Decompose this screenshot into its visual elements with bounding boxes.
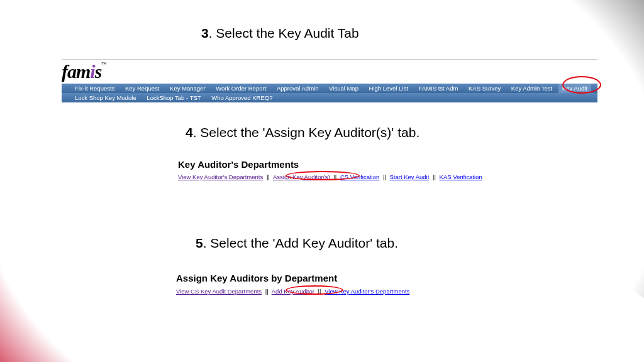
nav-high-level-list[interactable]: High Level List xyxy=(365,84,413,93)
section1-links: View Key Auditor's Departments || Assign… xyxy=(178,173,482,180)
slide-content: 3. Select the Key Audit Tab famis™ Fix-i… xyxy=(0,0,644,362)
nav-kas-survey[interactable]: KAS Survey xyxy=(464,84,505,93)
logo-suffix: s xyxy=(95,61,102,82)
step-5-number: 5 xyxy=(196,236,203,250)
nav-row-1: Fix-it Requests Key Request Key Manager … xyxy=(62,84,597,93)
logo-prefix: fam xyxy=(62,61,90,82)
link-add-key-auditor[interactable]: Add Key Auditor xyxy=(272,288,314,295)
key-auditors-dept-heading: Key Auditor's Departments xyxy=(178,159,299,170)
nav-row-2: Lock Shop Key Module LockShop Tab - TST … xyxy=(62,93,597,102)
nav-approval-admin[interactable]: Approval Admin xyxy=(272,84,323,93)
nav-key-audit[interactable]: Key Audit xyxy=(558,84,591,93)
logo-i: i xyxy=(90,61,94,82)
step-4-heading: 4. Select the 'Assign Key Auditor(s)' ta… xyxy=(186,125,419,140)
step-4-number: 4 xyxy=(186,125,193,140)
step-3-text: . Select the Key Audit Tab xyxy=(209,26,359,40)
step-5-text: . Select the 'Add Key Auditor' tab. xyxy=(203,236,398,250)
step-4-text: . Select the 'Assign Key Auditor(s)' tab… xyxy=(193,125,420,140)
nav-work-order[interactable]: Work Order Report xyxy=(211,84,270,93)
nav-visual-map[interactable]: Visual Map xyxy=(325,84,363,93)
assign-key-auditors-heading: Assign Key Auditors by Department xyxy=(176,273,337,283)
step-3-heading: 3. Select the Key Audit Tab xyxy=(201,26,359,41)
famis-logo: famis™ xyxy=(62,60,597,84)
nav-lock-shop-module[interactable]: Lock Shop Key Module xyxy=(70,93,141,102)
logo-tm: ™ xyxy=(101,61,106,67)
section2-links: View CS Key Audit Departments || Add Key… xyxy=(176,288,409,295)
sep: || xyxy=(381,173,388,180)
nav-lockshop-tst[interactable]: LockShop Tab - TST xyxy=(142,93,205,102)
sep: || xyxy=(316,288,323,295)
famis-app-screenshot: famis™ Fix-it Requests Key Request Key M… xyxy=(62,59,597,102)
link-view-cs-key-audit-dept[interactable]: View CS Key Audit Departments xyxy=(176,288,262,295)
nav-who-approved[interactable]: Who Approved KREQ? xyxy=(207,93,277,102)
nav-key-request[interactable]: Key Request xyxy=(121,84,164,93)
sep: || xyxy=(264,288,270,295)
step-3-number: 3 xyxy=(201,26,209,40)
link-cs-verification[interactable]: CS Verification xyxy=(340,173,379,180)
nav-fixit[interactable]: Fix-it Requests xyxy=(70,84,119,93)
sep: || xyxy=(331,173,338,180)
nav-key-admin-test[interactable]: Key Admin Test xyxy=(507,84,557,93)
link-assign-key-auditors[interactable]: Assign Key Auditor(s) xyxy=(273,173,330,180)
link-start-key-audit[interactable]: Start Key Audit xyxy=(390,173,430,180)
nav-famis-tst-adm[interactable]: FAMIS tst Adm xyxy=(414,84,463,93)
link-view-key-auditors-dept[interactable]: View Key Auditor's Departments xyxy=(178,173,263,180)
sep: || xyxy=(431,173,438,180)
link-kas-verification[interactable]: KAS Verification xyxy=(440,173,482,180)
sep: || xyxy=(265,173,272,180)
step-5-heading: 5. Select the 'Add Key Auditor' tab. xyxy=(196,236,398,251)
nav-key-manager[interactable]: Key Manager xyxy=(165,84,210,93)
link-view-key-auditors-dept-2[interactable]: View Key Auditor's Departments xyxy=(325,288,409,295)
